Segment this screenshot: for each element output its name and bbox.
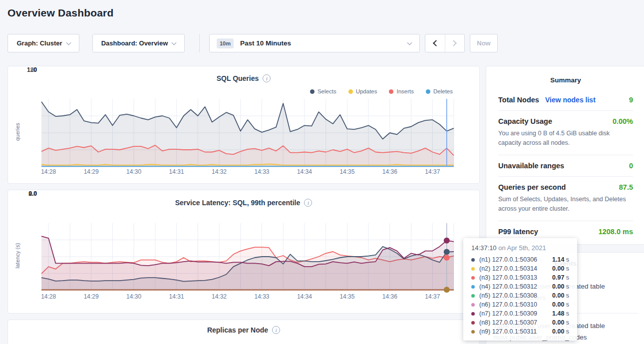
tooltip-node-row: (n1) 127.0.0.1:503061.14 s [471,255,570,264]
info-icon[interactable]: i [304,199,312,207]
time-prev-button[interactable] [425,34,445,52]
tooltip-node-row: (n6) 127.0.0.1:503100.00 s [471,300,570,309]
x-axis-tick-label: 14:29 [84,168,99,175]
sql-queries-plot[interactable] [41,99,454,167]
summary-row-capacity: Capacity Usage 0.00% You are using 0 B o… [498,110,633,155]
series-dot-icon [471,303,475,307]
summary-row-unavailable: Unavailable ranges 0 [498,155,633,176]
dashboard-dropdown[interactable]: Dashboard: Overview [92,34,185,52]
legend-item: Deletes [426,88,453,94]
x-axis-tick-label: 14:36 [382,168,397,175]
capacity-value: 0.00% [613,117,633,125]
legend-label: Updates [356,88,377,94]
series-dot-icon [471,312,475,316]
node-latency-value: 0.00 s [552,283,569,290]
chart-legend: SelectsUpdatesInsertsDeletes [310,88,453,94]
node-address: (n9) 127.0.0.1:50311 [479,328,552,335]
time-range-label: Past 10 Minutes [240,39,291,47]
tooltip-timestamp: 14:37:10 on Apr 5th, 2021 [471,244,570,252]
view-nodes-list-link[interactable]: View nodes list [545,96,596,104]
time-step-buttons [425,34,465,52]
tooltip-node-row: (n3) 127.0.0.1:503130.97 s [471,273,570,282]
qps-label: Queries per second [498,183,566,191]
legend-label: Inserts [396,88,414,94]
info-icon[interactable]: i [272,326,280,334]
total-nodes-value: 9 [629,96,633,104]
legend-item: Selects [310,88,336,94]
x-axis-tick-label: 14:35 [339,293,354,300]
node-latency-value: 1.48 s [552,310,569,317]
service-latency-chart-card: Service Latency: SQL, 99th percentile i … [7,190,480,314]
now-button[interactable]: Now [470,34,498,52]
series-dot-icon [471,321,475,325]
x-axis-tick-label: 14:32 [212,168,227,175]
node-latency-value: 0.97 s [552,274,569,281]
node-address: (n1) 127.0.0.1:50306 [479,256,552,263]
x-axis-tick-label: 14:31 [169,168,184,175]
tooltip-node-row: (n7) 127.0.0.1:503091.48 s [471,309,570,318]
node-latency-value: 0.00 s [552,301,569,308]
legend-dot-icon [426,89,430,94]
node-address: (n2) 127.0.0.1:50314 [479,265,552,272]
node-latency-value: 0.00 s [552,319,569,326]
sql-queries-chart-card: SQL Queries i SelectsUpdatesInsertsDelet… [7,66,480,184]
service-latency-plot[interactable] [41,223,454,290]
chart-title: SQL Queries [217,74,259,82]
graph-dropdown[interactable]: Graph: Cluster [7,34,79,52]
node-address: (n8) 127.0.0.1:50307 [479,319,552,326]
capacity-desc: You are using 0 B of 4.5 GiB usable disk… [498,129,633,148]
x-axis-tick-label: 14:30 [126,168,141,175]
time-next-button[interactable] [445,34,465,52]
toolbar-separator [199,34,200,52]
summary-heading: Summary [498,76,633,84]
x-axis-tick-label: 14:34 [297,293,312,300]
chevron-down-icon [407,40,412,45]
node-latency-value: 0.00 s [552,328,569,335]
page-title: Overview Dashboard [7,7,114,19]
x-axis-tick-label: 14:35 [339,168,354,175]
info-icon[interactable]: i [263,74,271,82]
qps-desc: Sum of Selects, Updates, Inserts, and De… [498,195,633,214]
tooltip-node-row: (n9) 127.0.0.1:503110.00 s [471,327,570,336]
replicas-per-node-chart-card: Replicas per Node i [7,320,480,344]
series-dot-icon [471,330,475,334]
x-axis-tick-label: 14:28 [41,293,56,300]
summary-row-total-nodes: Total Nodes View nodes list 9 [498,96,633,110]
y-axis-tick-label: 0 [16,66,37,73]
series-dot-icon [471,267,475,271]
legend-dot-icon [389,89,393,94]
chart-hover-tooltip: 14:37:10 on Apr 5th, 2021 (n1) 127.0.0.1… [463,238,577,341]
time-range-dropdown[interactable]: 10m Past 10 Minutes [209,34,420,52]
node-address: (n6) 127.0.0.1:50310 [479,301,552,308]
p99-latency-value: 1208.0 ms [599,228,633,236]
series-dot-icon [471,258,475,262]
tooltip-node-row: (n8) 127.0.0.1:503070.00 s [471,318,570,327]
x-axis-tick-label: 14:33 [254,293,269,300]
tooltip-node-row: (n4) 127.0.0.1:503120.00 s [471,282,570,291]
time-range-badge: 10m [217,38,234,48]
chevron-left-icon [433,40,439,46]
x-axis-tick-label: 14:37 [425,293,440,300]
node-address: (n7) 127.0.0.1:50309 [479,310,552,317]
x-axis-tick-label: 14:32 [212,293,227,300]
unavailable-ranges-value: 0 [629,162,633,170]
graph-dropdown-label: Graph: Cluster [16,39,62,47]
total-nodes-label: Total Nodes [498,96,539,104]
series-dot-icon [471,276,475,280]
x-axis-tick-label: 14:31 [169,293,184,300]
legend-item: Updates [348,88,377,94]
node-address: (n4) 127.0.0.1:50312 [479,283,552,290]
node-latency-value: 0.00 s [552,265,569,272]
tooltip-time: 14:37:10 [471,244,497,252]
summary-panel: Summary Total Nodes View nodes list 9 Ca… [486,66,644,245]
x-axis-tick-label: 14:29 [84,293,99,300]
legend-label: Deletes [433,88,453,94]
chevron-down-icon [172,40,177,45]
legend-item: Inserts [389,88,414,94]
x-axis-ticks: 14:2814:2914:3014:3114:3214:3314:3414:35… [41,293,454,301]
x-axis-tick-label: 14:37 [425,168,440,175]
chart-title: Service Latency: SQL, 99th percentile [175,199,301,207]
unavailable-ranges-label: Unavailable ranges [498,162,564,170]
series-dot-icon [471,285,475,289]
legend-label: Selects [318,88,336,94]
